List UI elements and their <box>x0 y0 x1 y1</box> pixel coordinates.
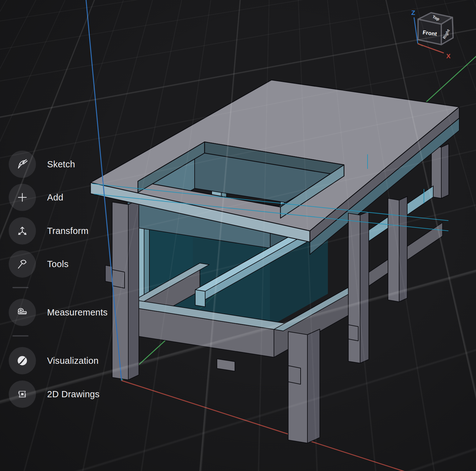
sidebar-label-2d-drawings: 2D Drawings <box>47 389 99 399</box>
left-toolbar: Sketch Add <box>0 0 130 471</box>
sidebar-label-add: Add <box>47 192 64 203</box>
viewcube-z-axis <box>414 17 418 43</box>
sidebar-label-visualization: Visualization <box>47 356 99 366</box>
sidebar-item-sketch[interactable]: Sketch <box>9 151 75 178</box>
viewport[interactable]: Top Front Right Z X Sketch <box>0 0 476 471</box>
transform-button[interactable] <box>9 217 36 244</box>
sidebar-item-add[interactable]: Add <box>9 184 64 211</box>
sidebar-label-sketch: Sketch <box>47 159 75 169</box>
add-icon <box>16 191 29 204</box>
sketch-icon <box>16 158 29 170</box>
measurements-icon <box>16 306 29 319</box>
sidebar-item-transform[interactable]: Transform <box>9 217 89 244</box>
sidebar-divider <box>12 335 29 337</box>
viewcube-x-axis <box>418 44 444 53</box>
visualization-button[interactable] <box>9 347 36 374</box>
sidebar-divider <box>12 287 29 288</box>
tools-button[interactable] <box>9 250 36 278</box>
drawings-button[interactable] <box>9 381 36 408</box>
sidebar-label-measurements: Measurements <box>47 307 108 318</box>
sidebar-label-tools: Tools <box>47 259 68 269</box>
sidebar-item-2d-drawings[interactable]: 2D Drawings <box>9 381 99 408</box>
visualization-icon <box>16 354 29 367</box>
view-cube[interactable]: Top Front Right Z X <box>411 9 453 59</box>
sketch-button[interactable] <box>9 151 36 178</box>
sidebar-item-measurements[interactable]: Measurements <box>9 299 108 326</box>
x-axis-line <box>121 381 413 471</box>
transform-icon <box>16 225 29 237</box>
drawings-icon <box>16 388 29 400</box>
z-axis-label: Z <box>411 9 415 16</box>
sidebar-label-transform: Transform <box>47 226 89 236</box>
measurements-button[interactable] <box>9 299 36 326</box>
sidebar-item-visualization[interactable]: Visualization <box>9 347 99 374</box>
tools-icon <box>16 258 29 270</box>
add-button[interactable] <box>9 184 36 211</box>
sidebar-item-tools[interactable]: Tools <box>9 250 68 278</box>
x-axis-label: X <box>446 52 451 59</box>
